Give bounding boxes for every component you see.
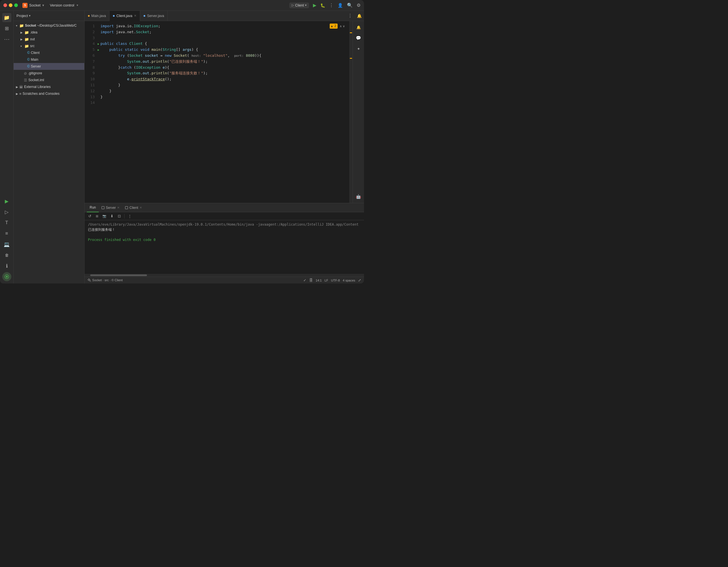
- tree-label-socket: Socket ~/Desktop/CS/JavaWeb/C: [25, 24, 77, 28]
- warning-badge[interactable]: ▲ 2: [330, 24, 338, 29]
- settings-icon[interactable]: ⚙: [357, 3, 361, 8]
- more-toolbar-icon[interactable]: ⋮: [127, 213, 132, 219]
- version-chevron: ▾: [77, 3, 78, 7]
- account-icon[interactable]: 👤: [338, 3, 343, 8]
- list-icon[interactable]: ≡: [2, 229, 11, 238]
- bottom-tab-server-close[interactable]: ✕: [117, 206, 119, 209]
- tree-item-socket-iml[interactable]: ☰ Socket.iml: [14, 77, 84, 83]
- tabs-more-actions[interactable]: ⋮: [346, 13, 355, 18]
- run-icon[interactable]: ▷: [2, 207, 11, 217]
- filter-icon[interactable]: ⊡: [116, 213, 122, 219]
- tree-item-socket[interactable]: ▾ 📁 Socket ~/Desktop/CS/JavaWeb/C: [14, 22, 84, 29]
- debug-icon[interactable]: 🐛: [320, 3, 325, 8]
- statusbar-position[interactable]: 14:1: [316, 279, 322, 282]
- more-menu-icon[interactable]: ⋮: [329, 3, 334, 8]
- close-button[interactable]: [3, 3, 7, 7]
- bottom-tab-client[interactable]: Client ✕: [122, 203, 145, 212]
- tree-item-server[interactable]: © Server: [14, 63, 84, 70]
- run-dashboard-icon[interactable]: ▶: [2, 197, 11, 206]
- tab-close-client[interactable]: ✕: [134, 14, 136, 18]
- statusbar-indent[interactable]: 4 spaces: [343, 279, 355, 282]
- ln-14: 14: [85, 100, 95, 106]
- stop-icon[interactable]: ⏹: [94, 213, 100, 219]
- hscroll[interactable]: [85, 274, 364, 277]
- line-numbers: 1 2 3 4 ▶ 5 ▶ 6 7 8 9 10 11: [85, 21, 98, 203]
- tab-main-java[interactable]: Main.java: [85, 11, 110, 21]
- text-icon[interactable]: T: [2, 218, 11, 227]
- minimize-button[interactable]: [9, 3, 12, 7]
- console-line-connected: 已连接到服务端！: [88, 227, 361, 232]
- warning-expand-up[interactable]: ∧: [340, 24, 342, 29]
- tree-item-gitignore[interactable]: ⊘ .gitignore: [14, 70, 84, 77]
- scroll-mark-1: [350, 32, 352, 33]
- copilot-icon[interactable]: 🤖: [355, 193, 363, 201]
- openai-icon[interactable]: ✦: [355, 45, 363, 53]
- rerun-icon[interactable]: ↺: [87, 213, 92, 219]
- tree-label-src: src: [30, 44, 35, 48]
- app-label[interactable]: Socket: [29, 3, 41, 7]
- svg-point-1: [6, 276, 8, 278]
- info-icon[interactable]: ℹ: [2, 261, 11, 270]
- code-line-1: import java.io.IOException; ▲ 2 ∧ ∨: [98, 23, 349, 29]
- statusbar-check-icon[interactable]: ✓: [303, 278, 306, 282]
- statusbar-encoding[interactable]: UTF-8: [331, 279, 340, 282]
- run-config-selector[interactable]: ▷ Client ▾: [289, 3, 309, 8]
- structure-icon[interactable]: ⊞: [2, 24, 11, 33]
- tree-item-out[interactable]: ▶ 📁 out: [14, 36, 84, 43]
- bottom-tab-client-label: Client: [129, 206, 138, 210]
- notifications-icon[interactable]: 🔔: [355, 14, 364, 18]
- ai-chat-icon[interactable]: 💬: [355, 34, 363, 42]
- tree-item-src[interactable]: ▾ 📁 src: [14, 43, 84, 49]
- statusbar-breadcrumb[interactable]: 🔌 Socket › src › © Client: [87, 278, 123, 282]
- code-line-12: }: [98, 88, 349, 94]
- tab-dot-main: [88, 15, 90, 17]
- maximize-button[interactable]: [14, 3, 18, 7]
- tab-dot-server: [144, 15, 145, 17]
- tree-item-idea[interactable]: ▶ 📁 .idea: [14, 29, 84, 36]
- ln-6: 6: [85, 53, 95, 59]
- delete-icon[interactable]: 🗑: [2, 251, 11, 260]
- run-config-icon: ▷: [292, 3, 294, 7]
- app-name: S Socket ▾: [22, 3, 44, 8]
- screenshot-icon[interactable]: 📷: [102, 213, 107, 219]
- breadcrumb-src: src: [104, 278, 109, 282]
- tab-server-java[interactable]: Server.java: [140, 11, 168, 21]
- bottom-tab-client-close[interactable]: ✕: [140, 206, 142, 209]
- warning-expand-down[interactable]: ∨: [343, 24, 345, 29]
- project-view-icon[interactable]: 📁: [2, 13, 11, 22]
- run-arrow-5[interactable]: ▶: [98, 48, 99, 52]
- tree-label-out: out: [30, 37, 35, 41]
- hscroll-thumb[interactable]: [90, 274, 147, 276]
- terminal-icon[interactable]: 💻: [2, 240, 11, 249]
- search-icon[interactable]: 🔍: [347, 3, 353, 8]
- tree-item-scratches[interactable]: ▶ ≡ Scratches and Consoles: [14, 90, 84, 97]
- code-line-6: try (Socket socket = new Socket( host: "…: [98, 53, 349, 59]
- plugins-icon[interactable]: [2, 272, 11, 281]
- statusbar-db-icon[interactable]: 🗄: [309, 278, 313, 282]
- statusbar-linesep[interactable]: LF: [325, 279, 328, 282]
- bottom-tab-server[interactable]: Server ✕: [99, 203, 122, 212]
- code-container: 1 2 3 4 ▶ 5 ▶ 6 7 8 9 10 11: [85, 21, 349, 203]
- statusbar-expand-icon[interactable]: ⤢: [358, 278, 361, 282]
- tree-label-socket-iml: Socket.iml: [28, 78, 44, 82]
- scroll-end-icon[interactable]: ⬇: [109, 213, 115, 219]
- run-button[interactable]: ▶: [313, 3, 316, 8]
- more-tools-icon[interactable]: ⋯: [2, 35, 11, 44]
- toolbar-separator: [124, 214, 125, 219]
- tree-label-gitignore: .gitignore: [28, 71, 42, 75]
- tree-item-ext-libs[interactable]: ▶ 🏛 External Libraries: [14, 83, 84, 90]
- bottom-tab-run[interactable]: Run: [87, 203, 99, 212]
- code-line-3: [98, 35, 349, 41]
- notifications-right-icon[interactable]: 🔔: [355, 23, 363, 31]
- run-arrow-4[interactable]: ▶: [98, 42, 99, 46]
- ln-13: 13: [85, 94, 95, 100]
- app-icon: S: [22, 3, 28, 8]
- tab-client-java[interactable]: Client.java ✕: [110, 11, 140, 21]
- code-body[interactable]: import java.io.IOException; ▲ 2 ∧ ∨ impo…: [98, 21, 349, 203]
- version-control-button[interactable]: Version control: [50, 3, 74, 7]
- traffic-lights: [3, 3, 18, 7]
- sidebar-header[interactable]: Project ▾: [14, 11, 84, 21]
- console-output[interactable]: /Users/eve/Library/Java/JavaVirtualMachi…: [85, 220, 364, 274]
- tree-item-client[interactable]: © Client: [14, 49, 84, 56]
- tree-item-main[interactable]: © Main: [14, 56, 84, 63]
